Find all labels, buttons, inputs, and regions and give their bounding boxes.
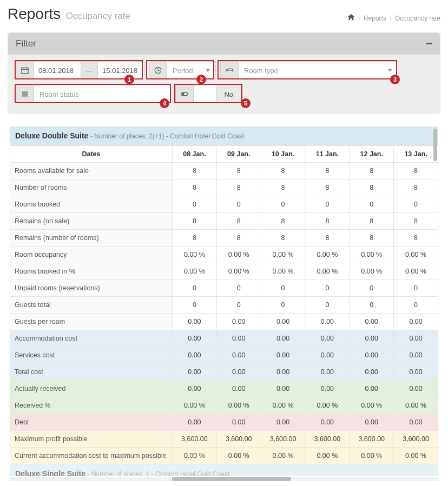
data-cell: 0.00 % — [216, 397, 261, 414]
data-cell: 0.00 — [350, 330, 394, 347]
toggle-icon[interactable] — [175, 85, 194, 103]
svg-rect-8 — [22, 92, 28, 93]
row-label: Maximum profit possible — [10, 431, 173, 448]
svg-rect-10 — [22, 96, 28, 97]
row-label: Debt — [10, 414, 173, 431]
clock-icon[interactable] — [149, 61, 167, 79]
data-cell: 0.00 % — [394, 247, 438, 263]
data-cell: 0.00 % — [305, 397, 350, 414]
data-cell: 0.00 % — [173, 263, 217, 280]
home-icon[interactable] — [347, 14, 355, 23]
chevron-down-icon — [206, 69, 210, 72]
data-cell: 0 — [261, 280, 305, 297]
data-cell: 3,600.00 — [305, 431, 350, 448]
data-cell: 0.00 — [305, 314, 350, 330]
data-cell: 0 — [350, 196, 394, 213]
suite-header-2: Deluxe Single Suite - Number of places: … — [10, 464, 438, 476]
table-row: Services cost0.000.000.000.000.000.00 — [10, 347, 438, 364]
data-cell: 0.00 — [305, 381, 350, 397]
data-cell: 3,600.00 — [350, 431, 394, 448]
data-cell: 0.00 % — [394, 448, 438, 464]
table-row: Rooms available for sale888888 — [10, 163, 438, 179]
data-cell: 0.00 — [173, 364, 217, 381]
row-label: Rooms booked — [10, 196, 173, 213]
date-from-input[interactable] — [34, 61, 81, 79]
data-cell: 0 — [305, 196, 350, 213]
row-label: Current accommodation cost to maximum po… — [10, 448, 173, 464]
bed-icon[interactable] — [220, 61, 239, 79]
data-cell: 0.00 % — [350, 263, 394, 280]
data-cell: 0 — [394, 280, 438, 297]
data-cell: 0 — [261, 196, 305, 213]
horizontal-scrollbar-thumb[interactable] — [172, 477, 291, 481]
data-cell: 3,600.00 — [216, 431, 261, 448]
data-cell: 0 — [261, 297, 305, 314]
data-cell: 0.00 — [216, 314, 261, 330]
toggle-group: No — [175, 85, 241, 103]
table-row: Remains (on sale)888888 — [10, 213, 438, 230]
data-cell: 0.00 — [261, 314, 305, 330]
table-row: Accommodation cost0.000.000.000.000.000.… — [10, 330, 438, 347]
collapse-icon[interactable]: − — [425, 41, 432, 46]
calendar-icon[interactable] — [16, 61, 34, 79]
data-cell: 8 — [350, 179, 394, 196]
list-icon[interactable] — [16, 85, 34, 103]
col-header: 11 Jan. — [305, 146, 350, 163]
toggle-switch[interactable]: No — [194, 85, 241, 103]
data-cell: 0.00 % — [216, 247, 261, 263]
data-cell: 8 — [350, 163, 394, 179]
horizontal-scrollbar-track[interactable] — [10, 477, 438, 481]
data-cell: 0 — [216, 280, 261, 297]
roomstatus-placeholder: Room status — [39, 90, 79, 98]
data-cell: 8 — [394, 213, 438, 230]
row-label: Accommodation cost — [10, 330, 173, 347]
data-cell: 0 — [305, 297, 350, 314]
data-cell: 0.00 — [216, 381, 261, 397]
data-cell: 8 — [305, 163, 350, 179]
data-cell: 0.00 % — [173, 448, 217, 464]
data-cell: 8 — [173, 213, 217, 230]
suite-name: Deluxe Double Suite — [15, 131, 88, 140]
svg-rect-9 — [22, 94, 28, 95]
data-cell: 0.00 — [216, 414, 261, 431]
row-label: Number of rooms — [10, 179, 173, 196]
table-row: Room occupancy0.00 %0.00 %0.00 %0.00 %0.… — [10, 247, 438, 263]
chevron-down-icon — [388, 69, 392, 72]
data-cell: 8 — [350, 213, 394, 230]
data-cell: 8 — [216, 230, 261, 247]
table-row: Total cost0.000.000.000.000.000.00 — [10, 364, 438, 381]
breadcrumb-sep: › — [358, 15, 360, 22]
table-row: Remains (number of rooms)888888 — [10, 230, 438, 247]
data-cell: 0.00 — [394, 347, 438, 364]
col-header: 09 Jan. — [216, 146, 261, 163]
vertical-scrollbar[interactable] — [433, 129, 437, 161]
roomtype-select[interactable]: Room type — [239, 61, 398, 79]
breadcrumb-reports[interactable]: Reports — [364, 15, 386, 22]
report-container: Deluxe Double Suite - Number of places: … — [8, 124, 440, 483]
data-cell: 0 — [173, 196, 217, 213]
suite-details: - Number of places: 1 - Comfort Hotel Go… — [88, 470, 230, 476]
data-cell: 0.00 — [394, 381, 438, 397]
roomstatus-group: Room status — [16, 85, 171, 103]
data-cell: 0 — [173, 280, 217, 297]
data-cell: 8 — [305, 179, 350, 196]
row-label: Guests per room — [10, 314, 173, 330]
date-to-input[interactable] — [97, 61, 144, 79]
roomtype-placeholder: Room type — [244, 66, 278, 75]
data-cell: 3,600.00 — [261, 431, 305, 448]
data-cell: 0.00 — [216, 330, 261, 347]
data-cell: 8 — [173, 179, 217, 196]
data-cell: 3,600.00 — [394, 431, 438, 448]
period-select[interactable]: Period — [167, 61, 216, 79]
suite-details: - Number of places: 2(+1) - Comfort Hote… — [90, 132, 244, 140]
row-label: Actually received — [10, 381, 173, 397]
svg-line-6 — [158, 70, 160, 71]
table-row: Rooms booked000000 — [10, 196, 438, 213]
data-cell: 0.00 — [350, 381, 394, 397]
data-cell: 0.00 % — [305, 448, 350, 464]
period-group: Period — [149, 61, 216, 79]
data-cell: 0.00 — [173, 330, 217, 347]
data-cell: 0.00 % — [261, 247, 305, 263]
roomstatus-select[interactable]: Room status — [34, 85, 171, 103]
data-cell: 0.00 % — [350, 397, 394, 414]
